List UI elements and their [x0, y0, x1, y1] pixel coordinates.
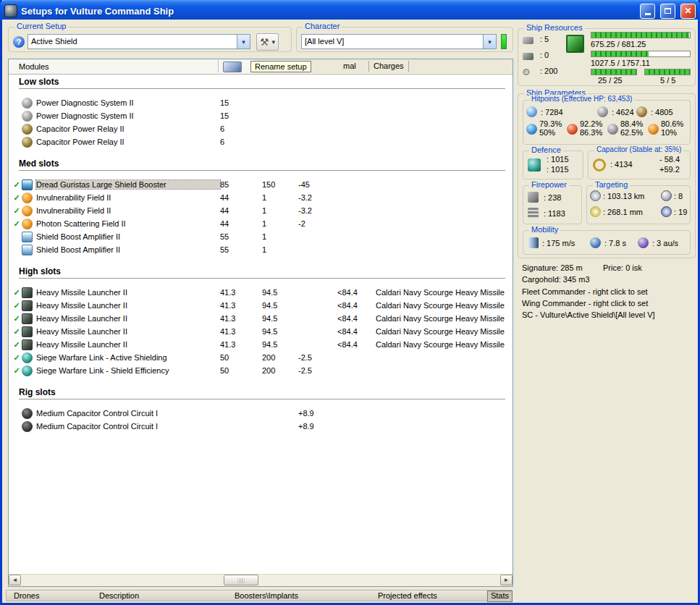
- tab-separator: [408, 61, 409, 72]
- capacitor-label: Capacitor (Stable at: 35%): [594, 145, 683, 153]
- hull-hp-icon: [636, 106, 647, 117]
- module-row[interactable]: Power Diagnostic System II15: [9, 96, 513, 109]
- module-value-c2: 1: [262, 232, 298, 241]
- launcher-hardpoints-icon: [523, 53, 534, 60]
- module-name: Medium Capacitor Control Circuit I: [36, 409, 220, 418]
- modules-header: Modules mal Charges Rename setup: [9, 59, 513, 75]
- module-value-c1: 55: [220, 232, 262, 241]
- module-section: Low slotsPower Diagnostic System II15Pow…: [9, 77, 513, 148]
- module-row[interactable]: ✓Heavy Missile Launcher II41.394.5<84.4C…: [9, 338, 513, 351]
- module-row[interactable]: Shield Boost Amplifier II551: [9, 243, 513, 256]
- module-row[interactable]: ✓Heavy Missile Launcher II41.394.5<84.4C…: [9, 286, 513, 299]
- scrollbar-thumb[interactable]: [224, 575, 258, 585]
- tab-description[interactable]: Description: [99, 591, 139, 600]
- firepower-label: Firepower: [529, 180, 569, 189]
- setup-tools-button[interactable]: ⚒ ▾: [256, 33, 279, 51]
- targeting-range-value: : 103.13 km: [603, 192, 644, 200]
- module-name: Invulnerability Field II: [36, 206, 220, 215]
- wing-commander-text[interactable]: Wing Commander - right click to set: [522, 299, 648, 308]
- tab-normal-partial[interactable]: mal: [343, 62, 356, 70]
- targeting-label: Targeting: [593, 180, 630, 189]
- cpu-column-icon: [223, 62, 242, 72]
- scroll-left-button[interactable]: ◄: [9, 575, 21, 585]
- module-row[interactable]: ✓Invulnerability Field II441-3.2: [9, 204, 513, 217]
- module-row[interactable]: Shield Boost Amplifier II551: [9, 230, 513, 243]
- module-row[interactable]: ✓Heavy Missile Launcher II41.394.5<84.4C…: [9, 312, 513, 325]
- setup-combobox-dropdown[interactable]: ▾: [237, 35, 250, 48]
- em-resist-icon: [526, 124, 537, 135]
- active-check-icon: ✓: [12, 327, 22, 337]
- active-check-icon: ✓: [12, 340, 22, 350]
- agility-value: : 7.8 s: [604, 239, 626, 248]
- scroll-left-icon: ◄: [12, 577, 18, 583]
- dps-value: : 1183: [544, 209, 565, 218]
- shield-hp-icon: [526, 106, 537, 117]
- module-value-c1: 41.3: [220, 314, 262, 323]
- module-charge: Caldari Navy Scourge Heavy Missile: [376, 340, 513, 349]
- horizontal-scrollbar[interactable]: ◄ ►: [9, 574, 513, 586]
- signature-text: Signature: 285 m: [522, 263, 583, 272]
- modules-column-header[interactable]: Modules: [19, 62, 49, 71]
- character-combobox[interactable]: [All level V] ▾: [301, 34, 497, 49]
- active-check-icon: ✓: [12, 314, 22, 323]
- module-row[interactable]: Medium Capacitor Control Circuit I+8.9: [9, 420, 513, 433]
- window-content: Current Setup ? Active Shield ▾ ⚒ ▾ Char…: [2, 20, 698, 603]
- scroll-right-icon: ►: [504, 577, 510, 583]
- close-button[interactable]: ✕: [680, 4, 696, 19]
- module-value-c1: 44: [220, 219, 262, 228]
- minimize-button[interactable]: [640, 4, 655, 19]
- tab-charges[interactable]: Charges: [374, 62, 404, 70]
- launcher-hardpoints-value: : 0: [540, 51, 549, 59]
- ship-resources-group: Ship Resources : 5 : 0 ⚙ : 200 675.25 / …: [518, 28, 696, 86]
- module-row[interactable]: Medium Capacitor Control Circuit I+8.9: [9, 407, 513, 420]
- character-combobox-dropdown[interactable]: ▾: [483, 35, 496, 48]
- module-charge: Caldari Navy Scourge Heavy Missile: [376, 301, 513, 310]
- character-label: Character: [303, 22, 342, 30]
- module-value-c1: 50: [220, 353, 262, 362]
- launcher-icon: [22, 313, 33, 324]
- module-row[interactable]: Capacitor Power Relay II6: [9, 135, 513, 148]
- module-value-c2: 1: [262, 193, 298, 202]
- maximize-button[interactable]: [660, 4, 675, 19]
- module-row[interactable]: ✓Siege Warfare Link - Shield Efficiency5…: [9, 364, 513, 377]
- module-row[interactable]: ✓Photon Scattering Field II441-2: [9, 217, 513, 230]
- module-row[interactable]: ✓Dread Guristas Large Shield Booster8515…: [9, 178, 513, 191]
- calibration-text: 25 / 25: [598, 76, 623, 85]
- powergrid-bar-fill: [591, 51, 649, 56]
- help-glyph: ?: [17, 38, 22, 46]
- tab-stats[interactable]: Stats: [487, 591, 513, 602]
- scroll-right-button[interactable]: ►: [500, 575, 513, 585]
- shield-booster-icon: [22, 179, 33, 190]
- module-row[interactable]: ✓Invulnerability Field II441-3.2: [9, 191, 513, 204]
- kinetic-resist-icon: [607, 124, 618, 135]
- module-value-c3: -3.2: [298, 206, 337, 215]
- targeting-group: Targeting : 103.13 km : 8 : 268.1 mm : 1…: [586, 185, 691, 224]
- module-row[interactable]: Power Diagnostic System II15: [9, 109, 513, 122]
- fleet-commander-text[interactable]: Fleet Commander - right click to set: [522, 287, 648, 296]
- setup-combobox[interactable]: Active Shield ▾: [28, 34, 250, 49]
- module-row[interactable]: Capacitor Power Relay II6: [9, 122, 513, 135]
- active-check-icon: ✓: [12, 366, 22, 376]
- help-icon[interactable]: ?: [13, 36, 25, 48]
- em-armor-resist: 50%: [539, 128, 555, 137]
- module-row[interactable]: ✓Siege Warfare Link - Active Shielding50…: [9, 351, 513, 364]
- cap-relay-icon: [22, 137, 33, 148]
- current-setup-group: Current Setup ? Active Shield ▾ ⚒ ▾: [8, 27, 292, 52]
- tab-boosters-implants[interactable]: Boosters\Implants: [235, 591, 298, 600]
- module-row[interactable]: ✓Heavy Missile Launcher II41.394.5<84.4C…: [9, 325, 513, 338]
- tab-drones[interactable]: Drones: [14, 591, 39, 600]
- module-value-c1: 85: [220, 180, 262, 189]
- launcher-icon: [22, 300, 33, 311]
- hardener-icon: [22, 206, 33, 216]
- module-value-c2: 150: [262, 180, 298, 189]
- module-row[interactable]: ✓Heavy Missile Launcher II41.394.5<84.4C…: [9, 299, 513, 312]
- active-check-icon: ✓: [12, 180, 22, 190]
- shield-recharge-icon: [528, 158, 541, 172]
- launcher-icon: [22, 339, 33, 350]
- tools-dropdown-arrow[interactable]: ▾: [272, 38, 276, 46]
- scrollbar-track[interactable]: [21, 575, 500, 586]
- title-bar[interactable]: Setups for Vulture Command Ship ✕: [0, 0, 700, 22]
- tab-projected-effects[interactable]: Projected effects: [378, 591, 437, 600]
- module-name: Invulnerability Field II: [36, 193, 220, 202]
- cargohold-text: Cargohold: 345 m3: [522, 275, 590, 284]
